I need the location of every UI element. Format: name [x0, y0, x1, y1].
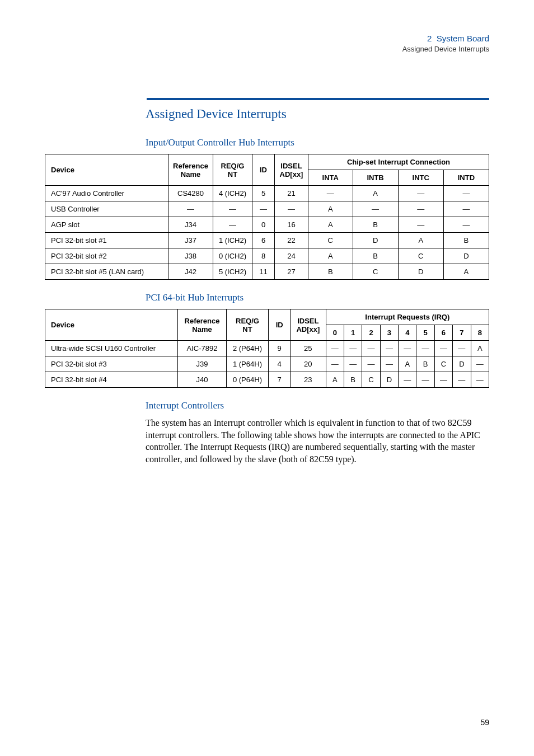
- table-cell: A: [471, 341, 489, 356]
- title-rule: [45, 98, 489, 100]
- table-cell: 7: [269, 372, 291, 388]
- table-cell: PCI 32-bit slot #1: [45, 233, 168, 248]
- table-row: PCI 32-bit slot #2J380 (ICH2)824ABCD: [45, 248, 489, 264]
- table-cell: —: [398, 201, 443, 217]
- col-idsel: IDSEL AD[xx]: [275, 154, 308, 186]
- col-irq-8: 8: [471, 325, 489, 341]
- table-cell: 6: [252, 233, 275, 248]
- page: 2 System Board Assigned Device Interrupt…: [0, 0, 534, 756]
- table-cell: —: [362, 356, 380, 372]
- table-cell: —: [398, 217, 443, 233]
- table-cell: —: [434, 372, 452, 388]
- col-intd: INTD: [443, 170, 489, 186]
- table-cell: —: [326, 341, 344, 356]
- table-cell: —: [344, 356, 362, 372]
- table-cell: 24: [275, 248, 308, 264]
- table-cell: J37: [168, 233, 213, 248]
- table-cell: J38: [168, 248, 213, 264]
- table-cell: D: [398, 264, 443, 280]
- table-cell: —: [443, 201, 489, 217]
- table-cell: —: [213, 217, 252, 233]
- table-cell: D: [443, 248, 489, 264]
- table-cell: C: [398, 248, 443, 264]
- table-cell: —: [308, 186, 353, 201]
- table-cell: 0 (P64H): [226, 372, 269, 388]
- page-title: Assigned Device Interrupts: [146, 107, 489, 121]
- table-cell: 23: [291, 372, 326, 388]
- table-cell: —: [443, 217, 489, 233]
- table-cell: B: [353, 248, 398, 264]
- col-irq-5: 5: [416, 325, 434, 341]
- col-intb: INTB: [353, 170, 398, 186]
- table-cell: B: [344, 372, 362, 388]
- table-cell: 8: [252, 248, 275, 264]
- interrupt-controllers-paragraph: The system has an Interrupt controller w…: [146, 417, 489, 465]
- page-number: 59: [480, 718, 489, 727]
- table-cell: D: [453, 356, 471, 372]
- table-header-row: Device Reference Name REQ/G NT ID IDSEL …: [45, 309, 489, 325]
- table-row: PCI 32-bit slot #4J400 (P64H)723ABCD————…: [45, 372, 489, 388]
- col-irq-0: 0: [326, 325, 344, 341]
- col-id: ID: [269, 309, 291, 341]
- table-cell: —: [443, 186, 489, 201]
- table-cell: Ultra-wide SCSI U160 Controller: [45, 341, 178, 356]
- table-cell: 16: [275, 217, 308, 233]
- table-cell: C: [353, 264, 398, 280]
- table-cell: A: [353, 186, 398, 201]
- header-section: Assigned Device Interrupts: [402, 44, 489, 54]
- table-cell: 0: [252, 217, 275, 233]
- col-reqg: REQ/G NT: [213, 154, 252, 186]
- table-cell: PCI 32-bit slot #2: [45, 248, 168, 264]
- table-cell: J34: [168, 217, 213, 233]
- table-cell: 2 (P64H): [226, 341, 269, 356]
- table-cell: A: [308, 248, 353, 264]
- table-cell: —: [434, 341, 452, 356]
- table-cell: A: [399, 356, 416, 372]
- table-cell: AIC-7892: [178, 341, 226, 356]
- table-cell: —: [168, 201, 213, 217]
- col-irq-2: 2: [362, 325, 380, 341]
- table-cell: A: [326, 372, 344, 388]
- table-cell: —: [416, 341, 434, 356]
- section-heading-interrupt-controllers: Interrupt Controllers: [146, 400, 489, 411]
- table-cell: 1 (P64H): [226, 356, 269, 372]
- col-device: Device: [45, 309, 178, 341]
- table-cell: B: [443, 233, 489, 248]
- table-row: PCI 32-bit slot #1J371 (ICH2)622CDAB: [45, 233, 489, 248]
- table-cell: B: [308, 264, 353, 280]
- table-cell: C: [362, 372, 380, 388]
- table-cell: C: [434, 356, 452, 372]
- col-irq-3: 3: [380, 325, 398, 341]
- table-cell: C: [308, 233, 353, 248]
- table-row: PCI 32-bit slot #5 (LAN card)J425 (ICH2)…: [45, 264, 489, 280]
- table-cell: 25: [291, 341, 326, 356]
- section-heading-io-hub: Input/Output Controller Hub Interrupts: [146, 137, 489, 148]
- table-io-hub: Device Reference Name REQ/G NT ID IDSEL …: [45, 154, 489, 280]
- col-inta: INTA: [308, 170, 353, 186]
- table-cell: —: [471, 356, 489, 372]
- table-cell: PCI 32-bit slot #3: [45, 356, 178, 372]
- col-reference: Reference Name: [168, 154, 213, 186]
- col-idsel: IDSEL AD[xx]: [291, 309, 326, 341]
- col-intc: INTC: [398, 170, 443, 186]
- table-cell: —: [344, 341, 362, 356]
- table-cell: 1 (ICH2): [213, 233, 252, 248]
- chapter-title: System Board: [437, 34, 489, 43]
- table-cell: —: [399, 341, 416, 356]
- table-cell: 9: [269, 341, 291, 356]
- header-chapter: 2 System Board: [402, 32, 489, 44]
- table-cell: —: [213, 201, 252, 217]
- col-chipset: Chip-set Interrupt Connection: [308, 154, 489, 170]
- table-row: PCI 32-bit slot #3J391 (P64H)420————ABCD…: [45, 356, 489, 372]
- table-cell: A: [443, 264, 489, 280]
- table-cell: —: [353, 201, 398, 217]
- table-cell: PCI 32-bit slot #5 (LAN card): [45, 264, 168, 280]
- table-cell: D: [353, 233, 398, 248]
- table-cell: J42: [168, 264, 213, 280]
- section-heading-pci64: PCI 64-bit Hub Interrupts: [146, 292, 489, 303]
- col-reqg: REQ/G NT: [226, 309, 269, 341]
- table-cell: 20: [291, 356, 326, 372]
- table-cell: —: [326, 356, 344, 372]
- col-device: Device: [45, 154, 168, 186]
- table-header-row: Device Reference Name REQ/G NT ID IDSEL …: [45, 154, 489, 170]
